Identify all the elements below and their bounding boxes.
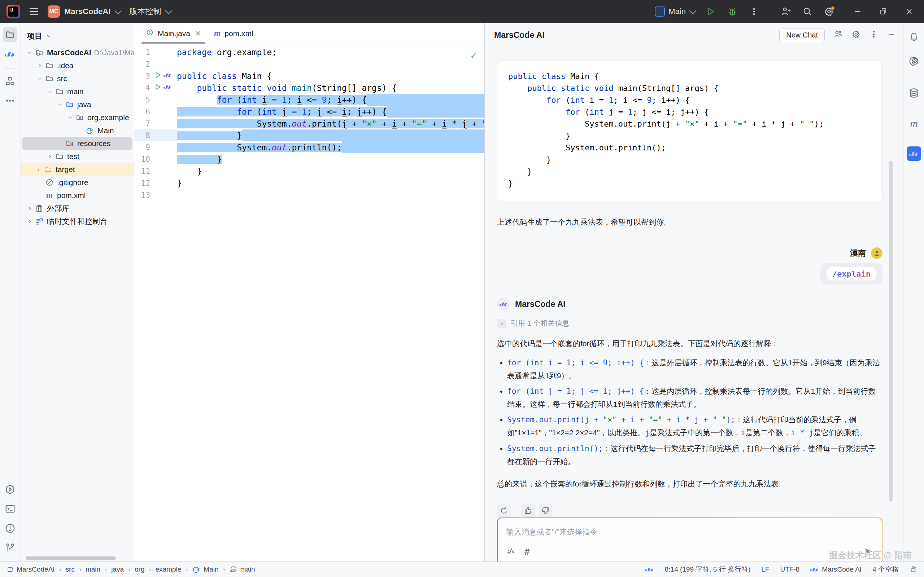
tree-item-main[interactable]: main xyxy=(22,85,132,98)
main-menu-icon[interactable] xyxy=(30,8,38,15)
editor-line[interactable]: 9 System.out.println(); xyxy=(134,141,485,153)
status-8-14-199-字符-5-行-换行符-[interactable]: 8:14 (199 字符, 5 行 换行符) xyxy=(665,565,751,574)
explain-command-chip[interactable]: /explain xyxy=(827,267,876,281)
close-icon[interactable]: ✕ xyxy=(195,29,201,38)
status-marscode-ai[interactable]: MarsCode AI xyxy=(810,565,861,574)
chevron-down-icon[interactable] xyxy=(45,89,55,95)
chevron-down-icon[interactable] xyxy=(65,115,75,121)
chevron-down-icon[interactable] xyxy=(55,102,65,108)
quick-command-icon[interactable] xyxy=(506,547,515,557)
tree-item-test[interactable]: test xyxy=(22,150,132,163)
chat-scrollbar[interactable] xyxy=(889,161,893,501)
thumbs-up-button[interactable] xyxy=(521,504,535,517)
editor-line[interactable]: 2 xyxy=(134,58,485,70)
editor-line[interactable]: 7 System.out.print(j + "×" + i + "=" + i… xyxy=(134,118,485,129)
run-tool-button[interactable] xyxy=(3,482,17,496)
chat-input[interactable]: 输入消息或者"/"来选择指令 # xyxy=(498,518,882,561)
hide-panel-icon[interactable] xyxy=(887,30,895,40)
chat-history-icon[interactable] xyxy=(834,29,843,40)
editor-line[interactable]: 12} xyxy=(134,177,485,189)
run-button[interactable] xyxy=(705,6,716,17)
project-tool-button[interactable] xyxy=(3,27,17,42)
editor-line[interactable]: 6 for (int j = 1; j <= i; j++) { xyxy=(134,106,485,118)
maven-tool-button[interactable]: m xyxy=(907,116,921,131)
breadcrumb-item-main[interactable]: Main xyxy=(192,565,218,574)
tree-item-target[interactable]: target xyxy=(21,163,134,176)
notifications-bell-icon[interactable] xyxy=(907,29,921,44)
tree-item-src[interactable]: src xyxy=(22,72,132,85)
chevron-right-icon[interactable] xyxy=(35,63,44,69)
marscode-tool-button[interactable] xyxy=(3,47,17,61)
unlock-status-icon[interactable] xyxy=(909,566,918,574)
editor-line[interactable]: 10 } xyxy=(134,153,485,165)
breadcrumb-item-main[interactable]: main xyxy=(86,566,100,574)
marscode-ai-tool-button[interactable] xyxy=(907,147,921,161)
project-horizontal-scrollbar[interactable] xyxy=(26,556,116,560)
status-4-个空格[interactable]: 4 个空格 xyxy=(872,565,899,574)
tree-item-pom-xml[interactable]: mpom.xml xyxy=(22,189,132,202)
editor-line[interactable]: 11 } xyxy=(134,165,485,177)
editor-line[interactable]: 4 public static void main(String[] args)… xyxy=(134,82,485,94)
chevron-down-icon[interactable] xyxy=(25,50,34,56)
inspection-ok-icon[interactable]: ✓ xyxy=(471,50,477,61)
more-actions-button[interactable] xyxy=(749,6,759,17)
tree-item-外部库[interactable]: 外部库 xyxy=(22,202,132,215)
new-chat-button[interactable]: New Chat xyxy=(779,28,825,42)
structure-tool-button[interactable] xyxy=(3,74,17,89)
tree-item-org-example[interactable]: org.example xyxy=(22,111,132,124)
database-tool-button[interactable] xyxy=(907,86,921,100)
breadcrumb-item-src[interactable]: src xyxy=(66,566,75,574)
breadcrumb-item-marscodeai[interactable]: MarsCodeAI xyxy=(6,566,55,574)
problems-tool-button[interactable] xyxy=(3,521,17,535)
tree-item-main[interactable]: Main xyxy=(22,124,132,137)
status-lf[interactable]: LF xyxy=(761,566,769,574)
settings-button[interactable] xyxy=(824,6,835,17)
breadcrumb-item-example[interactable]: example xyxy=(155,566,181,574)
code-editor[interactable]: ✓ 1package org.example;23public class Ma… xyxy=(134,44,485,561)
git-tool-button[interactable] xyxy=(3,541,17,555)
chat-settings-icon[interactable] xyxy=(851,29,861,40)
run-configuration-selector[interactable]: Main xyxy=(655,6,695,16)
terminal-tool-button[interactable] xyxy=(3,501,17,516)
marscode-gutter-icon[interactable] xyxy=(163,71,171,81)
tab-pom-xml[interactable]: mpom.xml xyxy=(208,23,260,44)
tree-item--idea[interactable]: .idea xyxy=(22,59,132,72)
reference-toggle[interactable]: 引用 1 个相关信息 xyxy=(497,318,882,328)
more-tools-button[interactable] xyxy=(3,93,17,108)
context-reference-icon[interactable]: # xyxy=(525,546,530,558)
editor-line[interactable]: 13 xyxy=(134,189,485,201)
editor-line[interactable]: 5 for (int i = 1; i <= 9; i++) { xyxy=(134,94,485,106)
tree-item-java[interactable]: java xyxy=(22,98,132,111)
tree-item--gitignore[interactable]: .gitignore xyxy=(22,176,132,189)
editor-line[interactable]: 8 } xyxy=(134,129,485,141)
tree-item-resources[interactable]: resources xyxy=(22,137,132,150)
editor-line[interactable]: 3public class Main { xyxy=(134,70,485,82)
status-utf-8[interactable]: UTF-8 xyxy=(780,566,800,574)
vcs-menu[interactable]: 版本控制 xyxy=(129,6,170,17)
restore-button[interactable] xyxy=(878,6,888,17)
chevron-right-icon[interactable] xyxy=(34,167,43,172)
breadcrumb-item-java[interactable]: java xyxy=(111,566,124,574)
tree-item-临时文件和控制台[interactable]: 临时文件和控制台 xyxy=(22,215,132,228)
minimize-button[interactable] xyxy=(852,6,863,17)
close-button[interactable] xyxy=(904,6,914,17)
thumbs-down-button[interactable] xyxy=(538,504,552,517)
search-everywhere-button[interactable] xyxy=(802,6,813,17)
run-gutter-icon[interactable] xyxy=(154,83,162,93)
chevron-right-icon[interactable] xyxy=(25,206,34,211)
chevron-right-icon[interactable] xyxy=(45,154,55,160)
breadcrumb-item-main[interactable]: mmain xyxy=(229,566,255,574)
breadcrumb-item-org[interactable]: org xyxy=(135,566,144,574)
marscode-gutter-icon[interactable] xyxy=(163,83,171,93)
code-with-me-button[interactable] xyxy=(780,6,791,17)
editor-line[interactable]: 1package org.example; xyxy=(134,46,485,58)
mc-status-icon[interactable] xyxy=(645,565,654,574)
run-gutter-icon[interactable] xyxy=(154,71,162,81)
tree-item-marscodeai[interactable]: MarsCodeAID:\Java1\Ma xyxy=(22,46,132,59)
tab-main-java[interactable]: CMain.java✕ xyxy=(139,23,208,44)
regenerate-button[interactable] xyxy=(497,504,511,517)
chevron-down-icon[interactable] xyxy=(35,76,44,82)
project-panel-header[interactable]: 项目 xyxy=(21,23,134,46)
chevron-right-icon[interactable] xyxy=(25,219,34,224)
project-selector[interactable]: MC MarsCodeAI xyxy=(48,5,120,18)
